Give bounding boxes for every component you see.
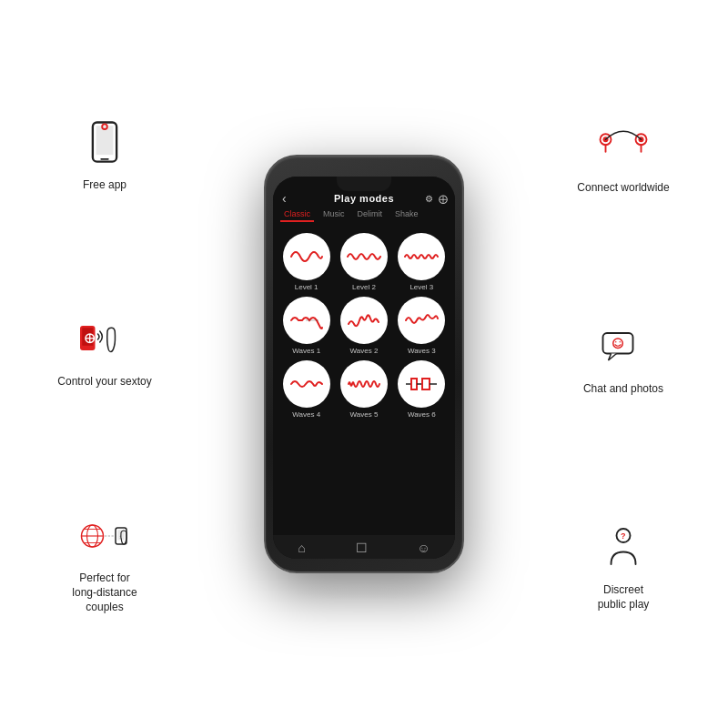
waves1-circle [283,297,330,344]
home-nav-icon[interactable]: ⌂ [298,541,305,555]
feature-long-distance: ‡ Perfect forlong-distancecouples [18,507,191,615]
svg-rect-26 [603,333,633,354]
connect-icon [594,116,652,175]
globe-icon: ‡ [76,507,134,565]
grid-item-level2[interactable]: Level 2 [338,233,389,291]
waves2-circle [340,297,388,344]
grid-item-waves3[interactable]: Waves 3 [396,297,448,355]
tab-classic[interactable]: Classic [280,207,314,222]
phone: ‹ Play modes ⚙ ⨁ Classic Music Delimit S… [264,155,464,573]
tab-delimit[interactable]: Delimit [354,207,387,222]
phone-icon [76,114,134,172]
svg-rect-20 [422,379,430,389]
long-distance-label: Perfect forlong-distancecouples [72,571,136,615]
grid-item-waves6[interactable]: Waves 6 [396,360,448,419]
feature-free-app: Free app [18,114,191,192]
feature-chat: Chat and photos [537,318,710,396]
waves6-label: Waves 6 [408,410,436,419]
header-icons: ⚙ ⨁ [425,194,448,204]
waves3-label: Waves 3 [408,347,436,355]
phone-notch [337,177,391,191]
grid-item-level1[interactable]: Level 1 [280,233,332,291]
svg-point-29 [620,341,622,343]
connect-label: Connect worldwide [577,180,669,195]
profile-nav-icon[interactable]: ☺ [417,541,430,555]
bluetooth-icon: ⨁ [76,310,134,369]
grid-item-waves2[interactable]: Waves 2 [338,297,389,355]
waves4-circle [283,360,330,408]
discreet-label: Discreetpublic play [598,582,650,612]
right-features: Connect worldwide Chat and photos [537,0,710,728]
phone-body: ‹ Play modes ⚙ ⨁ Classic Music Delimit S… [264,155,464,573]
app-tabs: Classic Music Delimit Shake [273,207,455,228]
back-button[interactable]: ‹ [282,191,287,206]
chat-label: Chat and photos [583,381,663,396]
svg-text:?: ? [621,531,626,541]
svg-rect-18 [411,379,417,389]
waves2-label: Waves 2 [350,347,379,355]
waves1-label: Waves 1 [292,347,320,355]
svg-rect-1 [96,126,114,155]
level3-circle [398,233,445,280]
settings-icon[interactable]: ⚙ [425,194,433,204]
level1-circle [283,233,330,280]
app-bottom-nav: ⌂ ☐ ☺ [273,535,455,559]
grid-item-waves1[interactable]: Waves 1 [280,297,332,355]
waves5-circle [340,360,388,408]
left-features: Free app ⨁ Control your sextoy [18,0,191,728]
level1-label: Level 1 [295,283,318,291]
feature-discreet: ? Discreetpublic play [537,519,710,612]
grid-item-waves5[interactable]: Waves 5 [338,360,389,419]
level2-label: Level 2 [352,283,376,291]
control-label: Control your sextoy [57,374,151,389]
tab-music[interactable]: Music [319,207,349,222]
svg-text:⨁: ⨁ [85,331,96,343]
chat-icon [594,318,652,376]
chat-nav-icon[interactable]: ☐ [356,541,368,555]
play-mode-grid: Level 1 Level 2 Level 3 [273,228,455,424]
bluetooth-header-icon[interactable]: ⨁ [439,194,448,204]
feature-control: ⨁ Control your sextoy [18,310,191,389]
grid-item-waves4[interactable]: Waves 4 [280,360,332,419]
phone-screen: ‹ Play modes ⚙ ⨁ Classic Music Delimit S… [273,177,455,559]
waves5-label: Waves 5 [350,410,379,419]
feature-connect: Connect worldwide [537,116,710,195]
level3-label: Level 3 [410,283,433,291]
grid-item-level3[interactable]: Level 3 [396,233,448,291]
discreet-icon: ? [594,519,652,577]
app-title: Play modes [334,193,394,204]
waves4-label: Waves 4 [292,410,320,419]
tab-shake[interactable]: Shake [391,207,422,222]
free-app-label: Free app [83,177,126,192]
waves3-circle [398,297,445,344]
phone-reflection [291,582,437,601]
svg-point-28 [615,341,617,343]
waves6-circle [398,360,445,408]
level2-circle [340,233,388,280]
